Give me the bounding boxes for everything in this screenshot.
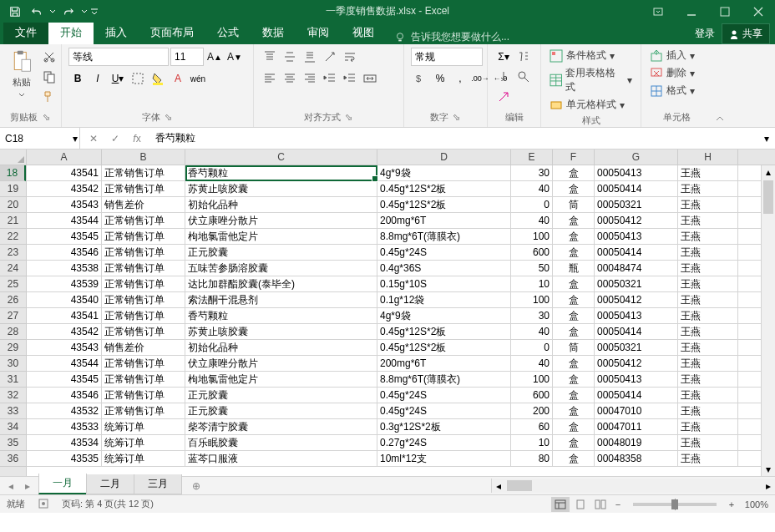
cell[interactable]: 00050414 xyxy=(595,388,678,403)
cell[interactable]: 60 xyxy=(511,419,553,434)
tab-review[interactable]: 审阅 xyxy=(296,21,341,44)
cell[interactable]: 40 xyxy=(511,324,553,339)
row-header[interactable]: 19 xyxy=(0,181,26,197)
cell[interactable]: 王燕 xyxy=(678,340,738,355)
cell[interactable]: 0.45g*24S xyxy=(377,388,511,403)
cancel-formula-button[interactable]: ✕ xyxy=(84,129,104,148)
maximize-button[interactable] xyxy=(708,0,742,23)
cell[interactable]: 43539 xyxy=(27,276,102,291)
row-header[interactable]: 28 xyxy=(0,324,26,340)
scroll-down-button[interactable]: ▾ xyxy=(762,463,775,476)
cell[interactable]: 正常销售订单 xyxy=(102,356,185,371)
cell[interactable]: 达比加群酯胶囊(泰毕全) xyxy=(185,276,377,291)
cell[interactable]: 盒 xyxy=(553,165,595,180)
cell[interactable]: 统筹订单 xyxy=(102,451,185,466)
conditional-format-button[interactable]: 条件格式▾ xyxy=(548,48,616,63)
orientation-button[interactable] xyxy=(321,48,339,66)
cell[interactable]: 正常销售订单 xyxy=(102,324,185,339)
share-button[interactable]: 共享 xyxy=(722,23,770,44)
cell[interactable]: 王燕 xyxy=(678,181,738,196)
hscroll-thumb[interactable] xyxy=(507,480,532,491)
login-link[interactable]: 登录 xyxy=(695,27,715,41)
cell[interactable]: 五味苦参肠溶胶囊 xyxy=(185,261,377,276)
align-center-button[interactable] xyxy=(281,69,299,88)
cell[interactable]: 43545 xyxy=(27,229,102,244)
cell[interactable]: 43540 xyxy=(27,292,102,307)
cell[interactable]: 8.8mg*6T(薄膜衣) xyxy=(377,229,511,244)
zoom-in-button[interactable]: + xyxy=(725,498,738,511)
cell[interactable]: 0.45g*12S*2板 xyxy=(377,197,511,212)
cell[interactable]: 正常销售订单 xyxy=(102,181,185,196)
sheet-tab-3[interactable]: 三月 xyxy=(134,474,182,494)
new-sheet-button[interactable]: ⊕ xyxy=(186,478,206,494)
select-all-button[interactable] xyxy=(0,149,27,165)
align-middle-button[interactable] xyxy=(281,48,299,66)
cell[interactable]: 王燕 xyxy=(678,229,738,244)
cell[interactable]: 43546 xyxy=(27,388,102,403)
format-painter-button[interactable] xyxy=(40,88,58,106)
cell[interactable]: 盒 xyxy=(553,181,595,196)
insert-function-button[interactable]: fx xyxy=(127,129,147,148)
col-header-D[interactable]: D xyxy=(377,149,511,165)
cell[interactable]: 43544 xyxy=(27,213,102,228)
cell[interactable]: 盒 xyxy=(553,388,595,403)
cell[interactable]: 王燕 xyxy=(678,435,738,450)
cell[interactable]: 43544 xyxy=(27,356,102,371)
customize-qa-dropdown[interactable] xyxy=(90,3,99,21)
decrease-font-button[interactable]: A▼ xyxy=(225,48,244,66)
find-button[interactable] xyxy=(514,68,533,86)
col-header-E[interactable]: E xyxy=(511,149,553,165)
cell[interactable]: 销售差价 xyxy=(102,340,185,355)
cell[interactable]: 正常销售订单 xyxy=(102,292,185,307)
cell[interactable]: 王燕 xyxy=(678,451,738,466)
cell[interactable]: 30 xyxy=(511,308,553,323)
cell[interactable]: 王燕 xyxy=(678,403,738,418)
cell[interactable]: 40 xyxy=(511,213,553,228)
cell[interactable]: 200mg*6T xyxy=(377,356,511,371)
cell[interactable]: 统筹订单 xyxy=(102,435,185,450)
cell[interactable]: 王燕 xyxy=(678,356,738,371)
row-header[interactable]: 23 xyxy=(0,245,26,261)
cell[interactable]: 43543 xyxy=(27,340,102,355)
cell[interactable]: 00050414 xyxy=(595,324,678,339)
cell[interactable]: 43542 xyxy=(27,181,102,196)
increase-decimal-button[interactable]: .00→ xyxy=(471,69,489,88)
fill-color-button[interactable] xyxy=(149,69,167,88)
cell[interactable]: 初始化品种 xyxy=(185,340,377,355)
align-left-button[interactable] xyxy=(261,69,279,88)
row-header[interactable]: 22 xyxy=(0,229,26,245)
cell[interactable]: 初始化品种 xyxy=(185,197,377,212)
merge-cells-button[interactable] xyxy=(361,69,379,88)
cell[interactable]: 统筹订单 xyxy=(102,419,185,434)
cell[interactable]: 0.1g*12袋 xyxy=(377,292,511,307)
scroll-right-button[interactable]: ▸ xyxy=(762,479,775,493)
cell[interactable]: 盒 xyxy=(553,276,595,291)
copy-button[interactable] xyxy=(40,68,58,86)
row-header[interactable]: 31 xyxy=(0,372,26,388)
cell[interactable]: 王燕 xyxy=(678,324,738,339)
cell[interactable]: 0.27g*24S xyxy=(377,435,511,450)
tab-layout[interactable]: 页面布局 xyxy=(139,21,205,44)
align-bottom-button[interactable] xyxy=(301,48,319,66)
fill-button[interactable] xyxy=(494,68,513,86)
cell[interactable]: 王燕 xyxy=(678,308,738,323)
clipboard-launcher[interactable]: ⬂ xyxy=(41,113,51,123)
cell[interactable]: 苏黄止咳胶囊 xyxy=(185,324,377,339)
close-button[interactable] xyxy=(742,0,775,23)
zoom-level[interactable]: 100% xyxy=(745,499,768,509)
col-header-A[interactable]: A xyxy=(27,149,102,165)
tell-me-search[interactable]: 告诉我您想要做什么... xyxy=(386,30,518,44)
cell[interactable]: 0.45g*12S*2板 xyxy=(377,324,511,339)
cell[interactable]: 100 xyxy=(511,292,553,307)
cell[interactable]: 正常销售订单 xyxy=(102,308,185,323)
cell[interactable]: 00050321 xyxy=(595,276,678,291)
sheet-tab-1[interactable]: 一月 xyxy=(38,474,87,494)
row-header[interactable]: 24 xyxy=(0,261,26,276)
cell[interactable]: 正常销售订单 xyxy=(102,245,185,260)
cell[interactable]: 00050321 xyxy=(595,340,678,355)
tab-view[interactable]: 视图 xyxy=(341,21,386,44)
vertical-scrollbar[interactable]: ▴ ▾ xyxy=(761,165,775,476)
name-box[interactable]: C18 ▾ xyxy=(0,128,80,149)
zoom-slider[interactable] xyxy=(633,503,717,506)
cell[interactable]: 00050414 xyxy=(595,181,678,196)
